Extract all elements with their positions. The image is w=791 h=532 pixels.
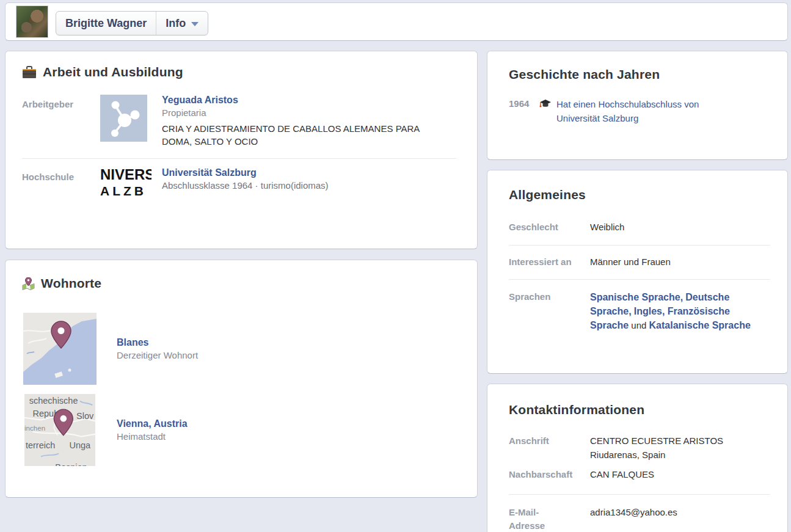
college-label: Hochschule	[22, 167, 100, 205]
employer-description: CRIA Y ADIESTRAMIENTO DE CABALLOS ALEMAN…	[162, 122, 434, 148]
language-separator: ,	[680, 292, 683, 302]
employer-link[interactable]: Yeguada Aristos	[162, 95, 238, 106]
map-label: schechische	[29, 396, 78, 406]
chevron-down-icon	[191, 22, 199, 26]
language-conjunction: und	[631, 320, 646, 330]
language-link[interactable]: Katalanische Sprache	[649, 320, 751, 330]
college-body: Universität Salzburg Abschlussklasse 196…	[162, 167, 456, 205]
current-city-type: Derzeitiger Wohnort	[117, 350, 198, 360]
email-label-line1: E-Mail-	[509, 506, 590, 520]
interested-label: Interessiert an	[509, 255, 590, 269]
email-label-line2: Adresse	[509, 519, 590, 532]
general-divider	[509, 279, 770, 280]
general-card-title: Allgemeines	[509, 188, 586, 202]
hometown-body: Vienna, Austria Heimatstadt	[97, 394, 188, 466]
places-card-header: Wohnorte	[22, 276, 477, 291]
languages-label: Sprachen	[509, 290, 590, 333]
employer-label: Arbeitgeber	[22, 95, 100, 148]
email-value: adria1345@yahoo.es	[590, 506, 770, 532]
hometown-row: schechische Republik Slov inchen terreic…	[23, 394, 477, 466]
history-event-link[interactable]: Hat einen Hochschulabschluss von Univers…	[556, 98, 720, 125]
contact-card-title: Kontaktinformationen	[509, 403, 644, 417]
contact-card: Kontaktinformationen Anschrift CENTRO EC…	[487, 384, 788, 532]
work-education-card: Arbeit und Ausbildung Arbeitgeber Yeguad…	[5, 51, 478, 249]
email-row: E-Mail- Adresse adria1345@yahoo.es	[487, 506, 787, 532]
briefcase-icon	[22, 66, 37, 79]
map-label: Slov	[76, 411, 94, 421]
profile-header-bar: Brigitte Wagner Info	[5, 2, 788, 41]
college-row: Hochschule NIVERSI ALZB Universität Salz…	[5, 167, 477, 205]
current-city-row: Blanes Derzeitiger Wohnort	[23, 313, 477, 385]
email-label: E-Mail- Adresse	[509, 506, 590, 532]
history-card: Geschichte nach Jahren 1964 Hat einen Ho…	[487, 51, 788, 160]
employer-role: Propietaria	[162, 107, 456, 118]
work-card-header: Arbeit und Ausbildung	[22, 65, 477, 79]
languages-row: Sprachen Spanische Sprache, Deutsche Spr…	[487, 290, 787, 333]
address-line2: Riudarenas, Spain	[590, 448, 770, 462]
neighborhood-value: CAN FALQUES	[590, 468, 770, 482]
hometown-type: Heimatstadt	[117, 431, 188, 442]
university-logo-thumbnail[interactable]: NIVERSI ALZB	[100, 167, 151, 205]
general-divider	[509, 245, 770, 246]
current-city-link[interactable]: Blanes	[117, 337, 148, 348]
languages-value: Spanische Sprache, Deutsche Sprache, Ing…	[590, 290, 770, 333]
address-label: Anschrift	[509, 434, 590, 462]
general-card-header: Allgemeines	[509, 188, 787, 202]
university-logo-line1: NIVERSI	[100, 167, 151, 182]
work-card-title: Arbeit und Ausbildung	[43, 65, 183, 79]
history-entry: 1964 Hat einen Hochschulabschluss von Un…	[509, 98, 769, 125]
hometown-map-thumbnail[interactable]: schechische Republik Slov inchen terreic…	[23, 394, 97, 466]
gender-value: Weiblich	[590, 220, 770, 235]
avatar[interactable]	[16, 5, 48, 38]
employer-row: Arbeitgeber Yeguada Aristos Propietaria …	[5, 95, 477, 148]
profile-nav: Brigitte Wagner Info	[56, 11, 208, 35]
map-label: terreich	[26, 440, 55, 450]
employer-media	[100, 95, 162, 148]
gender-row: Geschlecht Weiblich	[487, 220, 787, 235]
history-year: 1964	[509, 98, 539, 125]
college-media: NIVERSI ALZB	[100, 167, 162, 205]
history-card-title: Geschichte nach Jahren	[509, 67, 660, 82]
general-card: Allgemeines Geschlecht Weiblich Interess…	[487, 170, 788, 374]
address-line1: CENTRO ECUESTRE ARISTOS	[590, 434, 770, 448]
employer-body: Yeguada Aristos Propietaria CRIA Y ADIES…	[162, 95, 456, 148]
language-separator: ,	[629, 306, 631, 316]
address-value: CENTRO ECUESTRE ARISTOS Riudarenas, Spai…	[590, 434, 770, 462]
gender-label: Geschlecht	[509, 220, 590, 235]
contact-divider	[509, 494, 770, 495]
places-card: Wohnorte Blanes Derzeitiger Wohnort sc	[5, 260, 478, 498]
work-row-divider	[22, 158, 456, 159]
interested-row: Interessiert an Männer und Frauen	[487, 255, 787, 269]
address-row: Anschrift CENTRO ECUESTRE ARISTOS Riudar…	[487, 434, 787, 462]
profile-name-button[interactable]: Brigitte Wagner	[56, 12, 156, 35]
university-logo-line2: ALZB	[100, 184, 151, 197]
profile-name: Brigitte Wagner	[65, 17, 147, 30]
current-city-map-thumbnail[interactable]	[23, 313, 97, 385]
history-card-header: Geschichte nach Jahren	[509, 67, 787, 82]
college-details: Abschlussklasse 1964 · turismo(idiomas)	[162, 180, 456, 191]
map-label: Bosnien	[55, 462, 87, 466]
contact-card-header: Kontaktinformationen	[509, 403, 787, 417]
map-pin-icon	[22, 277, 35, 290]
hometown-link[interactable]: Vienna, Austria	[117, 418, 188, 429]
graduation-cap-icon	[539, 100, 551, 109]
map-label: inchen	[24, 424, 45, 432]
employer-page-thumbnail[interactable]	[100, 95, 147, 142]
map-label: Unga	[69, 440, 91, 450]
info-tab-label: Info	[166, 17, 186, 30]
current-city-body: Blanes Derzeitiger Wohnort	[97, 313, 198, 385]
neighborhood-label: Nachbarschaft	[509, 468, 590, 482]
language-link[interactable]: Ingles	[634, 306, 662, 316]
language-separator: ,	[662, 306, 665, 316]
language-link[interactable]: Spanische Sprache	[590, 292, 680, 302]
info-tab-button[interactable]: Info	[156, 12, 208, 35]
interested-value: Männer und Frauen	[590, 255, 770, 269]
college-link[interactable]: Universität Salzburg	[162, 167, 257, 178]
neighborhood-row: Nachbarschaft CAN FALQUES	[487, 468, 787, 482]
places-card-title: Wohnorte	[41, 276, 101, 291]
